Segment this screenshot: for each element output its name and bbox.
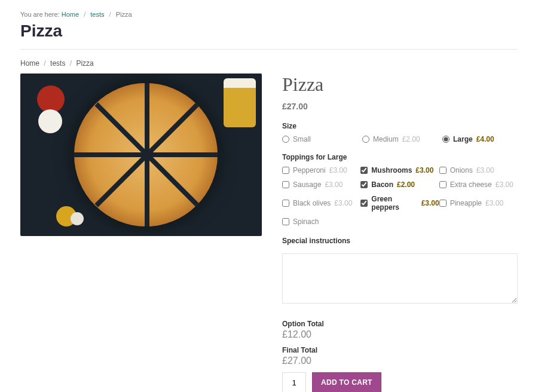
topping-option-black-olives[interactable]: Black olives £3.00 <box>282 195 360 212</box>
size-name: Medium <box>373 135 399 143</box>
size-price: £2.00 <box>402 135 420 143</box>
topping-name: Pineapple <box>450 199 482 207</box>
topping-checkbox[interactable] <box>439 181 447 188</box>
topping-option-green-peppers[interactable]: Green peppers £3.00 <box>360 195 439 212</box>
topping-checkbox[interactable] <box>282 200 289 207</box>
topping-option-pineapple[interactable]: Pineapple £3.00 <box>439 195 518 212</box>
topping-price: £3.00 <box>421 199 439 207</box>
topping-checkbox[interactable] <box>282 218 289 225</box>
topping-name: Onions <box>450 166 473 174</box>
toppings-options: Pepperoni £3.00Mushrooms £3.00Onions £3.… <box>282 166 518 226</box>
topping-checkbox[interactable] <box>439 167 447 174</box>
divider <box>20 49 518 50</box>
topping-option-sausage[interactable]: Sausage £3.00 <box>282 180 360 189</box>
breadcrumb-link-tests[interactable]: tests <box>50 59 65 68</box>
topping-price: £3.00 <box>329 166 347 174</box>
topping-price: £3.00 <box>334 199 352 207</box>
topping-checkbox[interactable] <box>360 167 368 174</box>
size-name: Large <box>453 135 473 143</box>
topping-checkbox[interactable] <box>360 181 368 188</box>
topping-option-bacon[interactable]: Bacon £2.00 <box>360 180 439 189</box>
product-title: Pizza <box>282 74 518 96</box>
breadcrumb-current: Pizza <box>116 11 132 18</box>
topping-checkbox[interactable] <box>282 167 289 174</box>
topping-option-onions[interactable]: Onions £3.00 <box>439 166 518 174</box>
topping-price: £3.00 <box>485 199 503 207</box>
size-option-medium[interactable]: Medium £2.00 <box>362 135 438 143</box>
breadcrumb-link-home[interactable]: Home <box>20 59 39 68</box>
size-radio[interactable] <box>442 136 450 143</box>
breadcrumb-sep: / <box>70 59 72 68</box>
product-image[interactable] <box>20 74 262 236</box>
option-total-label: Option Total <box>282 320 518 328</box>
topping-name: Spinach <box>293 218 319 226</box>
topping-checkbox[interactable] <box>282 181 289 188</box>
product-price: £27.00 <box>282 102 518 111</box>
size-option-large[interactable]: Large £4.00 <box>442 135 518 143</box>
topping-name: Green peppers <box>371 195 417 212</box>
topping-name: Black olives <box>293 199 331 207</box>
topping-name: Sausage <box>293 180 321 189</box>
toppings-label: Toppings for Large <box>282 153 518 161</box>
size-radio[interactable] <box>362 136 369 143</box>
special-instructions-label: Special instructions <box>282 237 518 245</box>
final-total-value: £27.00 <box>282 356 518 366</box>
size-radio[interactable] <box>282 136 289 143</box>
topping-price: £3.00 <box>325 180 343 189</box>
topping-name: Extra cheese <box>450 180 492 189</box>
final-total-label: Final Total <box>282 346 518 354</box>
page-title: Pizza <box>20 22 518 41</box>
topping-price: £3.00 <box>496 180 513 189</box>
breadcrumb-top: You are here: Home / tests / Pizza <box>20 11 518 18</box>
topping-name: Bacon <box>371 180 393 189</box>
option-total-value: £12.00 <box>282 329 518 340</box>
size-price: £4.00 <box>476 135 494 143</box>
topping-price: £3.00 <box>476 166 494 174</box>
topping-option-spinach[interactable]: Spinach <box>282 218 360 226</box>
topping-price: £3.00 <box>415 166 433 174</box>
breadcrumb-prefix: You are here: <box>20 11 60 18</box>
breadcrumb-sep: / <box>44 59 45 68</box>
quantity-input[interactable] <box>282 372 306 392</box>
breadcrumb-link-home[interactable]: Home <box>62 11 79 18</box>
add-to-cart-button[interactable]: ADD TO CART <box>312 372 381 392</box>
special-instructions-input[interactable] <box>282 253 518 304</box>
breadcrumb-sep: / <box>84 11 85 18</box>
topping-name: Mushrooms <box>371 166 412 174</box>
breadcrumb-secondary: Home / tests / Pizza <box>20 59 518 68</box>
breadcrumb-current: Pizza <box>76 59 93 68</box>
topping-price: £2.00 <box>397 180 415 189</box>
topping-option-extra-cheese[interactable]: Extra cheese £3.00 <box>439 180 518 189</box>
breadcrumb-sep: / <box>109 11 111 18</box>
size-option-small[interactable]: Small <box>282 135 357 143</box>
size-label: Size <box>282 122 518 130</box>
size-options: SmallMedium £2.00Large £4.00 <box>282 135 518 143</box>
breadcrumb-link-tests[interactable]: tests <box>90 11 104 18</box>
topping-checkbox[interactable] <box>360 200 368 207</box>
topping-name: Pepperoni <box>293 166 326 174</box>
topping-checkbox[interactable] <box>439 200 447 207</box>
topping-option-pepperoni[interactable]: Pepperoni £3.00 <box>282 166 360 174</box>
size-name: Small <box>293 135 311 143</box>
topping-option-mushrooms[interactable]: Mushrooms £3.00 <box>360 166 439 174</box>
